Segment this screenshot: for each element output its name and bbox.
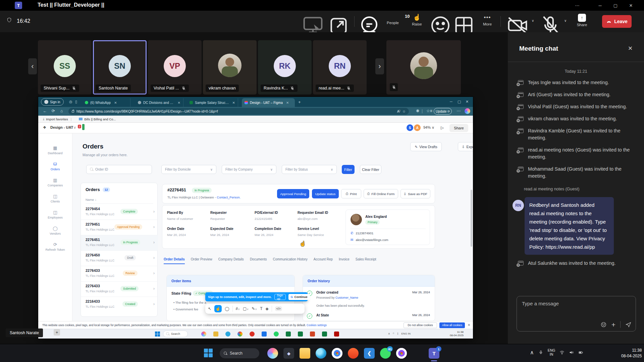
file-explorer-icon[interactable] bbox=[300, 348, 310, 359]
browser-maximize-icon[interactable]: ▢ bbox=[458, 100, 461, 104]
shared-app-icon[interactable] bbox=[322, 331, 327, 337]
shape-tool-icon[interactable]: ▢∨ bbox=[243, 306, 249, 311]
tab-invoice[interactable]: Invoice bbox=[339, 257, 350, 264]
volume-icon[interactable] bbox=[569, 350, 574, 355]
order-row[interactable]: 2216433TL Flex Holdings LLCCreated› bbox=[81, 297, 158, 312]
sidebar-item-clients[interactable]: ◫Clients bbox=[40, 194, 70, 203]
sidebar-item-refresh-token[interactable]: ⟳Refresh Token bbox=[40, 242, 70, 251]
shared-app-icon[interactable] bbox=[237, 331, 243, 337]
leave-button[interactable]: Leave bbox=[602, 15, 632, 28]
tab-order-details[interactable]: Order Details bbox=[164, 257, 185, 264]
customer-name-link[interactable]: Customer_Name bbox=[335, 296, 358, 299]
taskbar-search[interactable]: Search bbox=[220, 348, 259, 358]
teams-icon[interactable]: T1 bbox=[429, 348, 439, 359]
tab-close-icon[interactable]: ✕ bbox=[114, 101, 117, 105]
battery-icon[interactable] bbox=[578, 350, 583, 355]
vscode-icon[interactable]: ❮ bbox=[364, 348, 375, 359]
file-chevron-icon[interactable]: ∨ bbox=[73, 125, 76, 130]
raise-hand-button[interactable]: ☝ Raise bbox=[405, 14, 429, 26]
browser-menu-icon[interactable]: ⋯ bbox=[457, 109, 461, 113]
presenter-pin-button[interactable]: + bbox=[54, 329, 60, 336]
chrome-profile-icon[interactable] bbox=[396, 348, 407, 359]
chrome-icon[interactable] bbox=[332, 348, 342, 359]
browser-tab[interactable]: (6) WhatsApp✕ bbox=[82, 98, 130, 107]
shared-app-icon[interactable] bbox=[274, 331, 279, 337]
scroll-participants-right-button[interactable]: › bbox=[375, 58, 384, 74]
participant-tile-large[interactable] bbox=[386, 40, 461, 95]
send-icon[interactable] bbox=[625, 321, 632, 328]
frame-tool-icon[interactable]: #∨ bbox=[236, 306, 240, 311]
url-field[interactable]: https://www.figma.com/design/9BKQ0FOHRWa… bbox=[68, 108, 409, 115]
order-row[interactable]: 2279454TL Flex Holdings LLCComplete› bbox=[81, 204, 158, 220]
refresh-icon[interactable]: ⟳ bbox=[52, 109, 55, 113]
shared-search-box[interactable]: Search bbox=[163, 330, 188, 337]
tab-documents[interactable]: Documents bbox=[250, 257, 267, 264]
tray-mic-icon[interactable] bbox=[538, 350, 543, 355]
browser-essentials-icon[interactable]: ❋ bbox=[416, 109, 419, 113]
approval-pending-button[interactable]: Approval Pending bbox=[277, 189, 309, 198]
taskbar-clock[interactable]: 11:3808-04-2025 bbox=[621, 348, 642, 359]
figma-signup-button[interactable]: Sign up bbox=[274, 294, 286, 300]
back-icon[interactable]: ← bbox=[43, 109, 47, 113]
people-button[interactable]: 10 People bbox=[381, 14, 405, 25]
copilot-icon[interactable] bbox=[465, 108, 470, 114]
browser-tab[interactable]: Sample Salary Structure with calc✕ bbox=[187, 98, 238, 107]
mic-options-chevron-icon[interactable]: ∨ bbox=[564, 19, 567, 22]
favorite-star-icon[interactable]: ☆ bbox=[402, 110, 406, 113]
participant-tile[interactable]: RK Ravindra K... bbox=[258, 40, 312, 95]
contact-person-link[interactable]: Contact_Person. bbox=[217, 195, 240, 199]
browser-minimize-icon[interactable]: ─ bbox=[450, 100, 452, 104]
sidebar-item-vendors[interactable]: ◯Vendors bbox=[40, 226, 70, 235]
emoji-icon[interactable] bbox=[600, 321, 607, 328]
shared-app-icon[interactable] bbox=[250, 331, 255, 337]
tab-close-icon[interactable]: ✕ bbox=[232, 101, 235, 105]
participant-tile[interactable]: VP Vishal Patil ... bbox=[148, 40, 202, 95]
figma-file-name[interactable]: Design - UAT bbox=[50, 125, 73, 129]
allow-cookies-button[interactable]: Allow all cookies bbox=[439, 322, 465, 328]
order-row[interactable]: 2276433TL Flex Holdings LLCReview› bbox=[81, 266, 158, 282]
window-maximize-button[interactable]: ▢ bbox=[608, 0, 623, 11]
order-row-selected[interactable]: 2276451TL Flex Holdings LLCIn Progress› bbox=[81, 235, 158, 251]
collaborator-avatar[interactable]: A bbox=[414, 124, 421, 131]
tab-close-icon[interactable]: ✕ bbox=[286, 101, 289, 105]
participant-tile-speaking[interactable]: SN Santosh Narate bbox=[93, 40, 147, 95]
collaborator-avatar[interactable]: S bbox=[407, 124, 413, 131]
chat-close-icon[interactable]: ✕ bbox=[628, 45, 633, 52]
home-icon[interactable]: ⌂ bbox=[60, 109, 63, 113]
filter-button[interactable]: Filter bbox=[342, 165, 355, 174]
order-row[interactable]: 2279451TL Flex Holdings LLCApproval Pend… bbox=[81, 220, 158, 235]
participant-tile[interactable]: RN read.ai mee... bbox=[313, 40, 367, 95]
share-button[interactable]: ↑ Share bbox=[570, 14, 594, 27]
column-header-name[interactable]: Name ↓ bbox=[86, 198, 153, 204]
edge-icon[interactable] bbox=[316, 348, 326, 359]
contact-email[interactable]: ✉alex@vstatefilings.com bbox=[351, 238, 388, 242]
browser-profile-button[interactable]: Sign in bbox=[41, 98, 64, 106]
favorites-bar-icon[interactable]: ☆≡ bbox=[426, 109, 432, 113]
order-row[interactable]: 2276450TL Flex Holdings LLCDraft› bbox=[81, 251, 158, 266]
shared-app-icon[interactable] bbox=[334, 331, 339, 337]
brave-icon[interactable] bbox=[348, 348, 359, 359]
participant-tile[interactable]: SS Shivani Sup... bbox=[38, 40, 92, 95]
shared-app-icon[interactable] bbox=[310, 331, 315, 337]
window-close-button[interactable]: ✕ bbox=[623, 0, 639, 11]
bookmark-bills-folder[interactable]: Bills || Billing and Co... bbox=[84, 117, 116, 121]
move-tool-icon[interactable]: ↖ bbox=[208, 306, 211, 311]
bookmark-import-favorites[interactable]: Import favorites bbox=[46, 117, 68, 121]
workspaces-icon[interactable]: ◎ bbox=[69, 100, 72, 104]
tab-account-rep[interactable]: Account Rep bbox=[314, 257, 333, 264]
page-scrollbar[interactable] bbox=[471, 190, 472, 247]
pen-tool-icon[interactable]: ✎∨ bbox=[252, 306, 257, 311]
browser-tab[interactable]: DC Divisions and Surroundings✕ bbox=[135, 98, 183, 107]
figma-present-icon[interactable]: ▷ bbox=[441, 125, 444, 130]
contact-phone[interactable]: ✆2123874901 bbox=[351, 231, 373, 235]
filter-domicile-dropdown[interactable]: Filter by Domicile∨ bbox=[161, 165, 216, 174]
vertical-tabs-icon[interactable]: ▯ bbox=[75, 100, 77, 104]
order-row[interactable]: 2276433TL Flex Holdings LLCSubmitted› bbox=[81, 282, 158, 297]
window-minimize-button[interactable]: ─ bbox=[592, 0, 608, 11]
browser-close-icon[interactable]: ✕ bbox=[466, 100, 469, 104]
tab-company-details[interactable]: Company Details bbox=[218, 257, 244, 264]
window-more-icon[interactable]: ⋯ bbox=[570, 0, 585, 11]
copilot-icon[interactable] bbox=[267, 348, 278, 359]
sidebar-item-orders[interactable]: ⛁Orders bbox=[40, 162, 70, 171]
scroll-participants-left-button[interactable]: ‹ bbox=[28, 58, 37, 74]
